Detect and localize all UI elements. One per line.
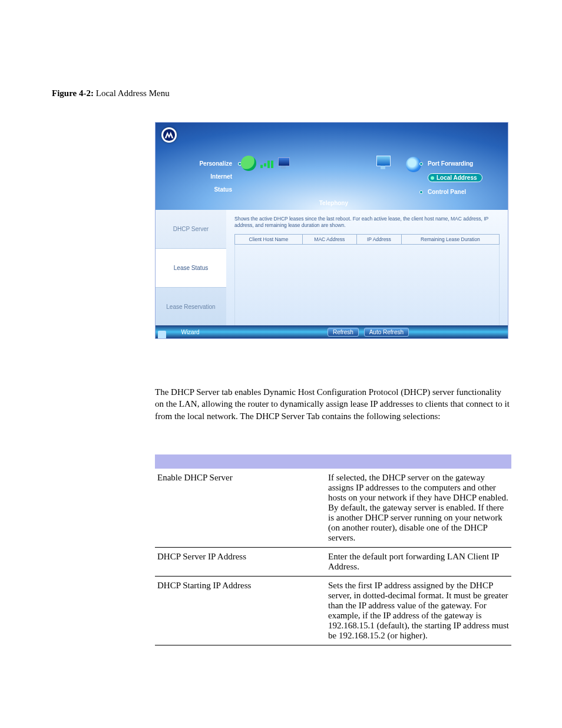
- right-section-menu: Port Forwarding Local Address Control Pa…: [419, 160, 496, 202]
- col-lease-remain[interactable]: Remaining Lease Duration: [401, 234, 499, 244]
- menu-item-telephony[interactable]: Telephony: [156, 200, 508, 206]
- lease-table: Client Host Name MAC Address IP Address …: [234, 234, 500, 333]
- menu-item-personalize[interactable]: Personalize: [167, 160, 232, 167]
- col-client-host[interactable]: Client Host Name: [235, 234, 303, 244]
- side-tab-lease-reservation[interactable]: Lease Reservation: [156, 288, 226, 327]
- motorola-logo-icon: [161, 127, 177, 143]
- field-name: Enable DHCP Server: [155, 469, 326, 548]
- router-footer: Wizard Refresh Auto Refresh: [156, 325, 508, 338]
- field-name: DHCP Server IP Address: [155, 547, 326, 576]
- field-name: DHCP Starting IP Address: [155, 576, 326, 645]
- wizard-icon: [158, 331, 166, 339]
- field-desc: Sets the first IP address assigned by th…: [326, 576, 511, 645]
- figure-title: Local Address Menu: [96, 88, 170, 98]
- globe-icon: [241, 156, 256, 171]
- refresh-button[interactable]: Refresh: [328, 328, 359, 337]
- table-row: DHCP Starting IP Address Sets the first …: [155, 576, 511, 645]
- menu-item-control-panel[interactable]: Control Panel: [419, 189, 496, 195]
- router-ui-screenshot: Personalize Internet Status Port Forward…: [155, 122, 508, 339]
- auto-refresh-button[interactable]: Auto Refresh: [364, 328, 409, 337]
- menu-item-status[interactable]: Status: [167, 186, 232, 193]
- router-header: Personalize Internet Status Port Forward…: [156, 123, 508, 210]
- lease-status-panel: Shows the active DHCP leases since the l…: [226, 210, 508, 327]
- side-tab-dhcp-server[interactable]: DHCP Server: [156, 210, 226, 249]
- internet-icon-group: [241, 156, 292, 171]
- table-row: Enable DHCP Server If selected, the DHCP…: [155, 469, 511, 548]
- dhcp-options-table: Enable DHCP Server If selected, the DHCP…: [155, 454, 511, 645]
- computer-icon: [276, 156, 292, 171]
- field-desc: Enter the default port forwarding LAN Cl…: [326, 547, 511, 576]
- left-section-menu: Personalize Internet Status: [167, 160, 232, 199]
- table-row: DHCP Server IP Address Enter the default…: [155, 547, 511, 576]
- bullet-icon: [419, 162, 423, 166]
- col-ip-address[interactable]: IP Address: [357, 234, 402, 244]
- menu-item-port-forwarding[interactable]: Port Forwarding: [419, 160, 496, 167]
- wizard-button[interactable]: Wizard: [156, 329, 225, 335]
- signal-bars-icon: [259, 156, 274, 170]
- side-tab-lease-status[interactable]: Lease Status: [156, 249, 226, 288]
- bullet-icon: [419, 190, 423, 194]
- lease-table-empty: [235, 244, 500, 332]
- menu-item-local-address[interactable]: Local Address: [419, 173, 496, 182]
- menu-item-internet[interactable]: Internet: [167, 173, 232, 180]
- svg-point-0: [163, 129, 175, 141]
- field-desc: If selected, the DHCP server on the gate…: [326, 469, 511, 548]
- monitor-icon: [376, 156, 392, 171]
- active-pill: Local Address: [428, 173, 482, 182]
- dhcp-intro-paragraph: The DHCP Server tab enables Dynamic Host…: [155, 386, 511, 422]
- figure-label: Figure 4-2:: [52, 88, 94, 98]
- network-icon-group: [376, 156, 409, 171]
- col-mac-address[interactable]: MAC Address: [302, 234, 356, 244]
- lease-description: Shows the active DHCP leases since the l…: [234, 216, 500, 229]
- side-tab-list: DHCP Server Lease Status Lease Reservati…: [156, 210, 226, 327]
- figure-caption: Figure 4-2: Local Address Menu: [52, 88, 510, 98]
